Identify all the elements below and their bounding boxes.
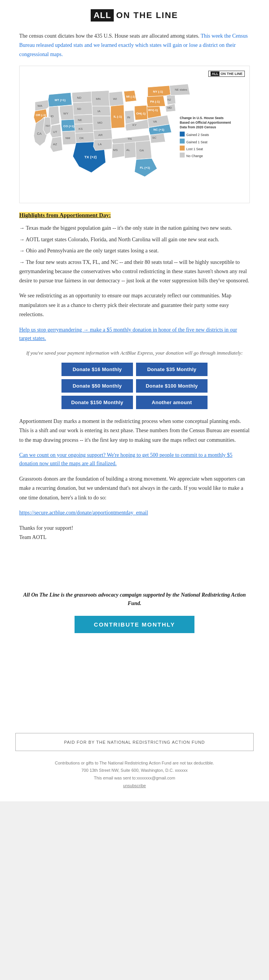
actblue-note: If you've saved your payment information… [19,349,250,357]
svg-text:ID: ID [51,114,54,118]
bullet-list: Texas made the biggest population gain -… [19,224,250,285]
svg-marker-29 [75,124,94,134]
footer-tagline: All On The Line is the grassroots advoca… [19,591,250,608]
svg-text:KY: KY [133,123,137,127]
svg-rect-88 [180,132,185,137]
contribute-monthly-button[interactable]: CONTRIBUTE MONTHLY [75,616,194,633]
legal-line-1: Contributions or gifts to The National R… [15,759,254,767]
svg-marker-43 [93,139,112,151]
svg-text:Data from 2020 Census: Data from 2020 Census [180,125,216,129]
svg-text:MD: MD [168,106,172,109]
svg-text:WV(-1): WV(-1) [148,108,158,112]
svg-text:KS: KS [78,128,83,131]
svg-text:NM: NM [65,136,70,140]
map-container: ALL ON THE LINE CA OR (-1) [19,66,250,203]
svg-text:Lost 1 Seat: Lost 1 Seat [186,147,203,151]
intro-text: The census count dictates how the 435 U.… [19,32,250,59]
svg-marker-23 [72,91,92,103]
donate-btn-16[interactable]: Donate $16 Monthly [61,363,133,376]
paid-for-text: PAID FOR BY THE NATIONAL REDISTRICTING A… [64,740,205,745]
logo-rest: ON THE LINE [114,10,178,20]
contribute-btn-wrap: CONTRIBUTE MONTHLY [19,616,250,633]
email-wrapper: ALL ON THE LINE The census count dictate… [0,0,269,801]
svg-text:IL (-1): IL (-1) [113,115,122,119]
svg-marker-25 [73,102,92,115]
svg-text:OH(-1): OH(-1) [136,112,146,115]
svg-text:NE states: NE states [175,88,188,91]
svg-text:AL: AL [126,148,130,152]
svg-text:No Change: No Change [186,154,203,158]
svg-text:TN: TN [128,137,132,141]
svg-text:Gained 1 Seat: Gained 1 Seat [186,140,208,144]
svg-rect-92 [180,146,185,151]
svg-text:SD: SD [77,107,81,111]
map-logo-rest-small: ON THE LINE [221,72,242,76]
spacer [19,549,250,579]
body-paragraph-3: Grassroots donors are the foundation of … [19,474,250,503]
svg-marker-31 [75,133,95,143]
paid-for-box: PAID FOR BY THE NATIONAL REDISTRICTING A… [15,733,254,751]
header: ALL ON THE LINE [0,0,269,28]
svg-text:NY (-1): NY (-1) [153,90,163,93]
svg-text:WI: WI [113,98,117,101]
svg-text:CA: CA [37,132,42,136]
list-item: Texas made the biggest population gain -… [19,224,250,233]
svg-text:ND: ND [77,96,81,99]
svg-marker-37 [92,106,111,116]
us-map-svg: CA OR (-1) WA MT (+1) ID NV [23,70,246,197]
svg-text:IA: IA [98,110,101,113]
svg-text:VA: VA [153,120,157,123]
svg-text:WA: WA [37,104,42,108]
svg-text:OR (-1): OR (-1) [36,113,46,117]
team-line: Team AOTL [19,534,46,540]
legal-line-2: 700 13th Street NW, Suite 600, Washingto… [15,767,254,774]
svg-marker-41 [93,130,112,140]
svg-text:AZ: AZ [53,143,57,146]
donate-btn-other[interactable]: Another amount [136,396,208,409]
svg-text:TX (+2): TX (+2) [84,155,96,159]
legal-line-3: This email was sent to:xxxxxxx@gmail.com [15,774,254,782]
svg-rect-90 [180,139,185,144]
svg-text:MO: MO [98,121,103,125]
svg-text:MS: MS [113,148,118,152]
map-logo-corner: ALL ON THE LINE [208,71,245,77]
donate-btn-100[interactable]: Donate $100 Monthly [136,379,208,393]
svg-text:IN: IN [127,116,130,119]
svg-text:NJ: NJ [168,98,171,102]
svg-text:FL (+1): FL (+1) [140,166,150,169]
main-content: The census count dictates how the 435 U.… [0,28,269,729]
svg-marker-27 [74,114,93,124]
svg-text:AR: AR [98,134,103,137]
donate-grid: Donate $16 Monthly Donate $35 Monthly Do… [61,363,208,409]
svg-text:SC: SC [152,136,156,139]
one-time-link[interactable]: https://secure.actblue.com/donate/apport… [19,509,250,517]
unsubscribe-link[interactable]: unsubscribe [123,783,146,788]
list-item: The four new seats across TX, FL, and NC… [19,258,250,285]
body-paragraph-2: Apportionment Day marks a moment in the … [19,417,250,445]
donate-btn-35[interactable]: Donate $35 Monthly [136,363,208,376]
svg-text:NE: NE [78,118,82,122]
logo-all: ALL [91,9,114,22]
svg-rect-94 [180,153,185,158]
svg-text:OK: OK [80,136,84,140]
donate-btn-50[interactable]: Donate $50 Monthly [61,379,133,393]
logo: ALL ON THE LINE [91,9,178,22]
thanks-text: Thanks for your support! Team AOTL [19,524,250,542]
cta-link-2[interactable]: Can we count on your ongoing support? We… [19,451,250,468]
list-item: AOTL target states Colorado, Florida, an… [19,235,250,244]
cta-link-1[interactable]: Help us stop gerrymandering → make a $5 … [19,326,250,343]
svg-text:UT: UT [53,130,57,134]
highlights-section: Highlights from Apportionment Day: Texas… [19,211,250,285]
svg-text:LA: LA [98,143,102,146]
donate-btn-150[interactable]: Donate $150 Monthly [61,396,133,409]
svg-text:CO (+1): CO (+1) [63,124,75,128]
map-outer: ALL ON THE LINE CA OR (-1) [19,66,250,203]
svg-text:MI (-1): MI (-1) [126,95,136,98]
svg-text:MT (+1): MT (+1) [55,99,66,102]
svg-text:Change in U.S. House Seats: Change in U.S. House Seats [180,116,224,120]
footer-legal: Contributions or gifts to The National R… [0,755,269,801]
body-paragraph-1: We see redistricting as an opportunity t… [19,291,250,320]
list-item: Ohio and Pennsylvania are the only targe… [19,246,250,255]
map-logo-all-small: ALL [211,71,220,76]
svg-text:WY: WY [63,112,69,115]
